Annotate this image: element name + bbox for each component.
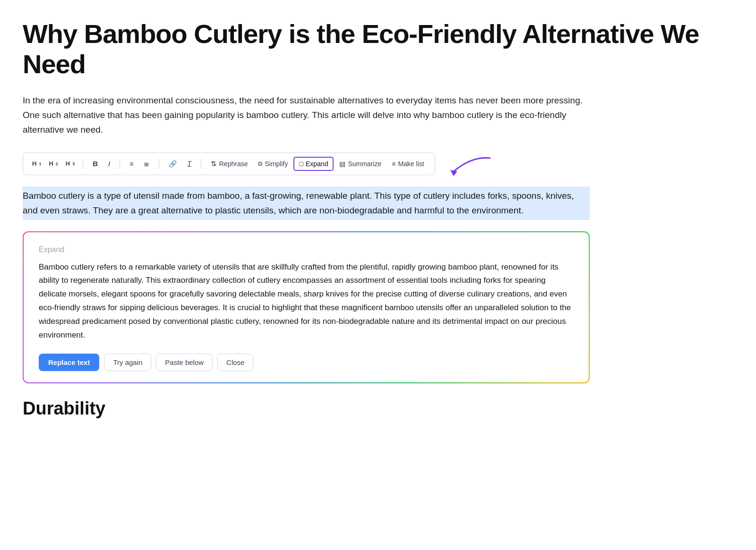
link-format-group: 🔗 T	[164, 157, 196, 170]
formatting-toolbar: H1 H2 H3 B I ≡ ≣ 🔗 T ⇅ Rephrase ⧉ Si	[23, 152, 435, 175]
expand-icon: □	[299, 160, 303, 168]
rephrase-icon: ⇅	[211, 160, 217, 168]
ai-buttons-group: ⇅ Rephrase ⧉ Simplify □ Expand ▤ Summari…	[206, 157, 429, 171]
bold-button[interactable]: B	[88, 157, 103, 170]
intro-paragraph: In the era of increasing environmental c…	[23, 93, 590, 137]
text-format-group: B I	[88, 157, 115, 170]
simplify-icon: ⧉	[258, 160, 262, 168]
h2-button[interactable]: H2	[45, 158, 61, 169]
expand-card-label: Expand	[39, 245, 574, 254]
paste-below-button[interactable]: Paste below	[156, 354, 213, 371]
expand-label: Expand	[306, 160, 328, 168]
divider-3	[159, 159, 159, 169]
purple-arrow-annotation	[443, 153, 500, 182]
durability-heading: Durability	[23, 398, 733, 419]
simplify-button[interactable]: ⧉ Simplify	[253, 158, 292, 170]
expand-card-content: Bamboo cutlery refers to a remarkable va…	[39, 261, 574, 342]
rephrase-label: Rephrase	[219, 160, 248, 168]
close-button[interactable]: Close	[217, 354, 253, 371]
summarize-icon: ▤	[339, 160, 345, 168]
divider-2	[120, 159, 120, 169]
selected-paragraph: Bamboo cutlery is a type of utensil made…	[23, 186, 590, 220]
expand-card: Expand Bamboo cutlery refers to a remark…	[23, 231, 590, 383]
make-list-icon: ≡	[392, 160, 395, 168]
svg-marker-0	[450, 170, 457, 176]
summarize-button[interactable]: ▤ Summarize	[335, 158, 386, 170]
page-title: Why Bamboo Cutlery is the Eco-Friendly A…	[23, 19, 733, 80]
h1-button[interactable]: H1	[29, 158, 44, 169]
unordered-list-button[interactable]: ≣	[139, 158, 154, 170]
make-list-label: Make list	[398, 160, 424, 168]
ordered-list-button[interactable]: ≡	[125, 158, 138, 170]
unordered-list-icon: ≣	[144, 160, 149, 168]
make-list-button[interactable]: ≡ Make list	[387, 158, 429, 170]
heading-buttons-group: H1 H2 H3	[29, 158, 78, 169]
replace-text-button[interactable]: Replace text	[39, 354, 99, 371]
ordered-list-icon: ≡	[129, 160, 133, 168]
italic-button[interactable]: I	[103, 157, 115, 170]
try-again-button[interactable]: Try again	[104, 354, 151, 371]
simplify-label: Simplify	[265, 160, 288, 168]
divider-4	[201, 159, 201, 169]
summarize-label: Summarize	[348, 160, 381, 168]
h3-button[interactable]: H3	[62, 158, 78, 169]
list-format-group: ≡ ≣	[125, 158, 154, 170]
rephrase-button[interactable]: ⇅ Rephrase	[206, 157, 253, 170]
expand-button[interactable]: □ Expand	[293, 157, 334, 171]
action-buttons-group: Replace text Try again Paste below Close	[39, 354, 574, 371]
clear-format-button[interactable]: T	[182, 157, 196, 170]
divider-1	[83, 159, 83, 169]
link-icon: 🔗	[169, 160, 177, 168]
link-button[interactable]: 🔗	[164, 158, 181, 170]
